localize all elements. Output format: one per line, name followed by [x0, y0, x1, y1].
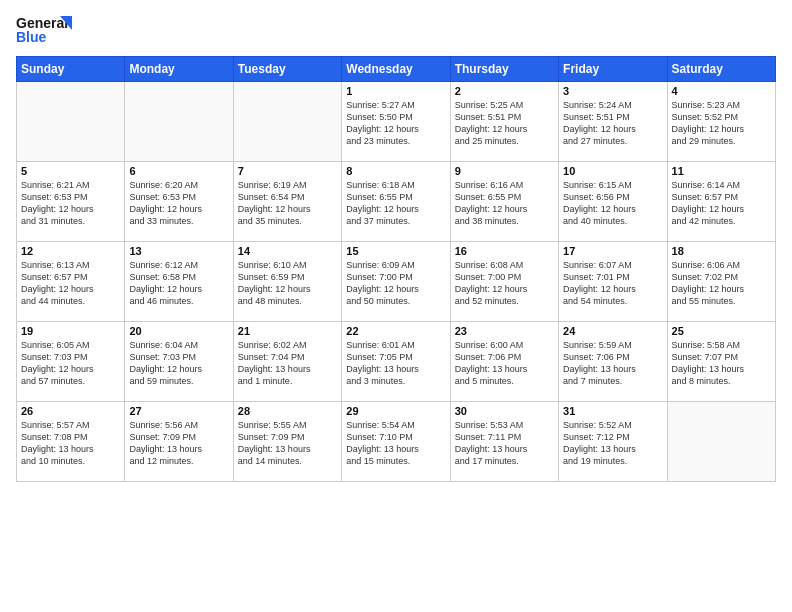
week-row-1: 5Sunrise: 6:21 AM Sunset: 6:53 PM Daylig…	[17, 162, 776, 242]
day-info: Sunrise: 6:07 AM Sunset: 7:01 PM Dayligh…	[563, 259, 662, 308]
day-number: 6	[129, 165, 228, 177]
day-info: Sunrise: 5:25 AM Sunset: 5:51 PM Dayligh…	[455, 99, 554, 148]
day-number: 7	[238, 165, 337, 177]
calendar-cell: 7Sunrise: 6:19 AM Sunset: 6:54 PM Daylig…	[233, 162, 341, 242]
calendar-cell: 19Sunrise: 6:05 AM Sunset: 7:03 PM Dayli…	[17, 322, 125, 402]
calendar-cell: 17Sunrise: 6:07 AM Sunset: 7:01 PM Dayli…	[559, 242, 667, 322]
day-number: 5	[21, 165, 120, 177]
calendar-table: SundayMondayTuesdayWednesdayThursdayFrid…	[16, 56, 776, 482]
day-number: 8	[346, 165, 445, 177]
logo-svg: GeneralBlue	[16, 12, 76, 48]
day-number: 31	[563, 405, 662, 417]
calendar-cell	[233, 82, 341, 162]
day-info: Sunrise: 6:05 AM Sunset: 7:03 PM Dayligh…	[21, 339, 120, 388]
day-number: 1	[346, 85, 445, 97]
day-number: 18	[672, 245, 771, 257]
weekday-tuesday: Tuesday	[233, 57, 341, 82]
day-number: 11	[672, 165, 771, 177]
day-number: 24	[563, 325, 662, 337]
day-info: Sunrise: 6:19 AM Sunset: 6:54 PM Dayligh…	[238, 179, 337, 228]
calendar-cell: 23Sunrise: 6:00 AM Sunset: 7:06 PM Dayli…	[450, 322, 558, 402]
day-info: Sunrise: 5:56 AM Sunset: 7:09 PM Dayligh…	[129, 419, 228, 468]
day-info: Sunrise: 6:00 AM Sunset: 7:06 PM Dayligh…	[455, 339, 554, 388]
day-number: 27	[129, 405, 228, 417]
weekday-monday: Monday	[125, 57, 233, 82]
day-info: Sunrise: 5:58 AM Sunset: 7:07 PM Dayligh…	[672, 339, 771, 388]
day-number: 9	[455, 165, 554, 177]
day-info: Sunrise: 6:21 AM Sunset: 6:53 PM Dayligh…	[21, 179, 120, 228]
day-number: 28	[238, 405, 337, 417]
day-number: 14	[238, 245, 337, 257]
week-row-0: 1Sunrise: 5:27 AM Sunset: 5:50 PM Daylig…	[17, 82, 776, 162]
calendar-cell: 10Sunrise: 6:15 AM Sunset: 6:56 PM Dayli…	[559, 162, 667, 242]
day-number: 20	[129, 325, 228, 337]
calendar-cell	[667, 402, 775, 482]
calendar-cell: 22Sunrise: 6:01 AM Sunset: 7:05 PM Dayli…	[342, 322, 450, 402]
week-row-3: 19Sunrise: 6:05 AM Sunset: 7:03 PM Dayli…	[17, 322, 776, 402]
day-number: 19	[21, 325, 120, 337]
day-info: Sunrise: 6:10 AM Sunset: 6:59 PM Dayligh…	[238, 259, 337, 308]
day-info: Sunrise: 5:52 AM Sunset: 7:12 PM Dayligh…	[563, 419, 662, 468]
day-info: Sunrise: 5:27 AM Sunset: 5:50 PM Dayligh…	[346, 99, 445, 148]
calendar-cell: 8Sunrise: 6:18 AM Sunset: 6:55 PM Daylig…	[342, 162, 450, 242]
calendar-cell: 12Sunrise: 6:13 AM Sunset: 6:57 PM Dayli…	[17, 242, 125, 322]
calendar-cell: 4Sunrise: 5:23 AM Sunset: 5:52 PM Daylig…	[667, 82, 775, 162]
weekday-wednesday: Wednesday	[342, 57, 450, 82]
day-info: Sunrise: 6:14 AM Sunset: 6:57 PM Dayligh…	[672, 179, 771, 228]
day-number: 23	[455, 325, 554, 337]
calendar-cell: 26Sunrise: 5:57 AM Sunset: 7:08 PM Dayli…	[17, 402, 125, 482]
day-info: Sunrise: 6:08 AM Sunset: 7:00 PM Dayligh…	[455, 259, 554, 308]
svg-text:Blue: Blue	[16, 29, 47, 45]
calendar-cell: 14Sunrise: 6:10 AM Sunset: 6:59 PM Dayli…	[233, 242, 341, 322]
day-number: 22	[346, 325, 445, 337]
day-number: 10	[563, 165, 662, 177]
day-number: 16	[455, 245, 554, 257]
day-number: 3	[563, 85, 662, 97]
day-info: Sunrise: 6:13 AM Sunset: 6:57 PM Dayligh…	[21, 259, 120, 308]
day-info: Sunrise: 6:04 AM Sunset: 7:03 PM Dayligh…	[129, 339, 228, 388]
page: GeneralBlue SundayMondayTuesdayWednesday…	[0, 0, 792, 612]
day-info: Sunrise: 5:23 AM Sunset: 5:52 PM Dayligh…	[672, 99, 771, 148]
calendar-cell: 5Sunrise: 6:21 AM Sunset: 6:53 PM Daylig…	[17, 162, 125, 242]
day-info: Sunrise: 5:59 AM Sunset: 7:06 PM Dayligh…	[563, 339, 662, 388]
day-number: 30	[455, 405, 554, 417]
day-info: Sunrise: 5:53 AM Sunset: 7:11 PM Dayligh…	[455, 419, 554, 468]
calendar-cell: 25Sunrise: 5:58 AM Sunset: 7:07 PM Dayli…	[667, 322, 775, 402]
day-info: Sunrise: 5:24 AM Sunset: 5:51 PM Dayligh…	[563, 99, 662, 148]
calendar-cell	[125, 82, 233, 162]
day-info: Sunrise: 5:57 AM Sunset: 7:08 PM Dayligh…	[21, 419, 120, 468]
calendar-cell: 18Sunrise: 6:06 AM Sunset: 7:02 PM Dayli…	[667, 242, 775, 322]
day-number: 29	[346, 405, 445, 417]
week-row-4: 26Sunrise: 5:57 AM Sunset: 7:08 PM Dayli…	[17, 402, 776, 482]
day-info: Sunrise: 6:18 AM Sunset: 6:55 PM Dayligh…	[346, 179, 445, 228]
calendar-cell: 9Sunrise: 6:16 AM Sunset: 6:55 PM Daylig…	[450, 162, 558, 242]
day-number: 17	[563, 245, 662, 257]
calendar-cell: 3Sunrise: 5:24 AM Sunset: 5:51 PM Daylig…	[559, 82, 667, 162]
calendar-cell: 15Sunrise: 6:09 AM Sunset: 7:00 PM Dayli…	[342, 242, 450, 322]
calendar-cell: 1Sunrise: 5:27 AM Sunset: 5:50 PM Daylig…	[342, 82, 450, 162]
day-info: Sunrise: 5:54 AM Sunset: 7:10 PM Dayligh…	[346, 419, 445, 468]
header: GeneralBlue	[16, 12, 776, 48]
calendar-cell: 21Sunrise: 6:02 AM Sunset: 7:04 PM Dayli…	[233, 322, 341, 402]
calendar-cell: 29Sunrise: 5:54 AM Sunset: 7:10 PM Dayli…	[342, 402, 450, 482]
calendar-cell: 24Sunrise: 5:59 AM Sunset: 7:06 PM Dayli…	[559, 322, 667, 402]
calendar-cell: 30Sunrise: 5:53 AM Sunset: 7:11 PM Dayli…	[450, 402, 558, 482]
day-number: 4	[672, 85, 771, 97]
calendar-cell	[17, 82, 125, 162]
calendar-cell: 6Sunrise: 6:20 AM Sunset: 6:53 PM Daylig…	[125, 162, 233, 242]
calendar-cell: 27Sunrise: 5:56 AM Sunset: 7:09 PM Dayli…	[125, 402, 233, 482]
calendar-cell: 11Sunrise: 6:14 AM Sunset: 6:57 PM Dayli…	[667, 162, 775, 242]
day-number: 12	[21, 245, 120, 257]
calendar-cell: 16Sunrise: 6:08 AM Sunset: 7:00 PM Dayli…	[450, 242, 558, 322]
day-info: Sunrise: 6:02 AM Sunset: 7:04 PM Dayligh…	[238, 339, 337, 388]
day-info: Sunrise: 6:01 AM Sunset: 7:05 PM Dayligh…	[346, 339, 445, 388]
weekday-header-row: SundayMondayTuesdayWednesdayThursdayFrid…	[17, 57, 776, 82]
weekday-sunday: Sunday	[17, 57, 125, 82]
day-info: Sunrise: 6:06 AM Sunset: 7:02 PM Dayligh…	[672, 259, 771, 308]
day-info: Sunrise: 5:55 AM Sunset: 7:09 PM Dayligh…	[238, 419, 337, 468]
calendar-cell: 2Sunrise: 5:25 AM Sunset: 5:51 PM Daylig…	[450, 82, 558, 162]
week-row-2: 12Sunrise: 6:13 AM Sunset: 6:57 PM Dayli…	[17, 242, 776, 322]
weekday-thursday: Thursday	[450, 57, 558, 82]
weekday-friday: Friday	[559, 57, 667, 82]
day-number: 15	[346, 245, 445, 257]
